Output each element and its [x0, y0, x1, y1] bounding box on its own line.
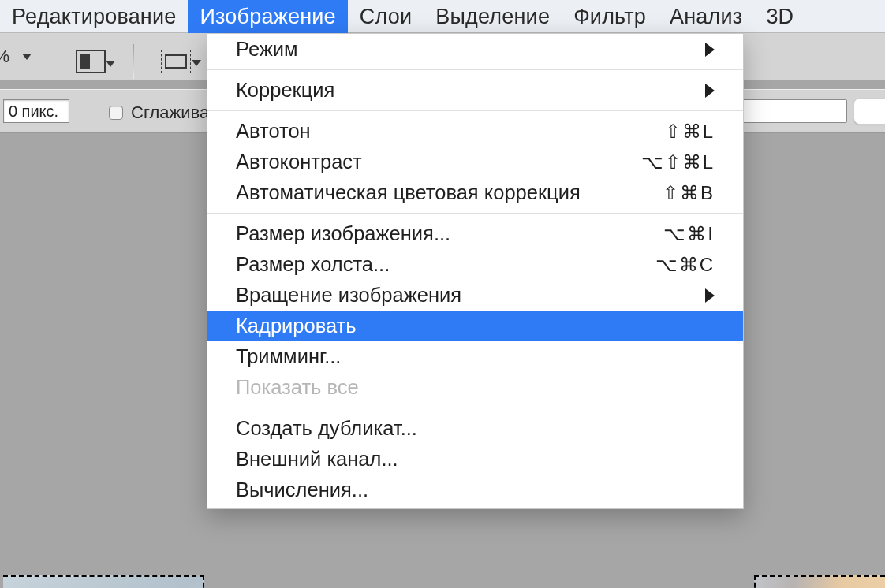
menu-слои[interactable]: Слои — [348, 0, 424, 33]
menu-изображение[interactable]: Изображение — [188, 0, 347, 33]
image-selection-right[interactable] — [754, 575, 885, 588]
image-selection-left[interactable] — [3, 575, 204, 588]
options-button[interactable] — [853, 98, 885, 125]
menu-item-label: Размер холста... — [236, 249, 390, 280]
feather-input[interactable] — [3, 99, 69, 123]
image-menu-dropdown: РежимКоррекцияАвтотон⇧⌘LАвтоконтраст⌥⇧⌘L… — [207, 33, 744, 509]
menu-separator — [207, 213, 743, 214]
menu-item-label: Автоматическая цветовая коррекция — [236, 177, 581, 208]
screen-mode-icon[interactable] — [76, 50, 106, 73]
menu-item-label: Показать все — [236, 372, 359, 403]
menu-item-внешний-канал-[interactable]: Внешний канал... — [207, 444, 743, 474]
menu-item-автоконтраст[interactable]: Автоконтраст⌥⇧⌘L — [207, 147, 743, 177]
menu-item-показать-все: Показать все — [207, 372, 743, 403]
menu-item-размер-холста-[interactable]: Размер холста...⌥⌘C — [207, 249, 743, 280]
menu-item-кадрировать[interactable]: Кадрировать — [207, 311, 743, 341]
shortcut-label: ⌥⌘C — [655, 249, 715, 280]
submenu-arrow-icon — [705, 43, 715, 57]
menu-анализ[interactable]: Анализ — [658, 0, 754, 33]
menu-item-label: Режим — [236, 34, 298, 65]
menu-item-label: Автотон — [236, 116, 311, 147]
menu-item-label: Создать дубликат... — [236, 413, 417, 444]
menu-item-label: Вычисления... — [236, 474, 368, 505]
submenu-arrow-icon — [705, 288, 715, 303]
menu-item-label: Вращение изображения — [236, 280, 461, 311]
menu-item-label: Автоконтраст — [236, 147, 362, 177]
shortcut-label: ⌥⇧⌘L — [641, 147, 715, 177]
menu-item-label: Коррекция — [236, 75, 334, 106]
menu-выделение[interactable]: Выделение — [424, 0, 562, 33]
menu-item-размер-изображения-[interactable]: Размер изображения...⌥⌘I — [207, 218, 743, 249]
menu-item-label: Размер изображения... — [236, 218, 450, 249]
crop-bounds-icon[interactable] — [161, 50, 191, 73]
zoom-dropdown-icon[interactable] — [22, 54, 32, 60]
menu-3d[interactable]: 3D — [754, 0, 805, 33]
menu-item-label: Внешний канал... — [236, 444, 398, 474]
menu-item-label: Тримминг... — [236, 341, 341, 372]
menubar: РедактированиеИзображениеСлоиВыделениеФи… — [0, 0, 885, 33]
antialias-label: Сглажива — [131, 102, 209, 123]
menu-фильтр[interactable]: Фильтр — [562, 0, 658, 33]
menu-item-вычисления-[interactable]: Вычисления... — [207, 474, 743, 505]
menu-item-автоматическая-цветовая-коррекция[interactable]: Автоматическая цветовая коррекция⇧⌘B — [207, 177, 743, 208]
menu-item-коррекция[interactable]: Коррекция — [207, 75, 743, 106]
shortcut-label: ⌥⌘I — [663, 218, 715, 249]
shortcut-label: ⇧⌘L — [665, 116, 715, 147]
zoom-level[interactable]: 50% — [0, 47, 16, 67]
menu-separator — [207, 69, 743, 70]
separator — [133, 44, 134, 79]
menu-separator — [207, 408, 743, 408]
menu-item-режим[interactable]: Режим — [207, 34, 743, 65]
menu-item-создать-дубликат-[interactable]: Создать дубликат... — [207, 413, 743, 444]
menu-редактирование[interactable]: Редактирование — [0, 0, 188, 33]
menu-item-вращение-изображения[interactable]: Вращение изображения — [207, 280, 743, 311]
antialias-checkbox[interactable] — [109, 106, 123, 120]
menu-item-тримминг-[interactable]: Тримминг... — [207, 341, 743, 372]
submenu-arrow-icon — [705, 84, 715, 98]
menu-separator — [207, 110, 743, 111]
shortcut-label: ⇧⌘B — [663, 177, 715, 208]
menu-item-автотон[interactable]: Автотон⇧⌘L — [207, 116, 743, 147]
menu-item-label: Кадрировать — [236, 311, 357, 341]
